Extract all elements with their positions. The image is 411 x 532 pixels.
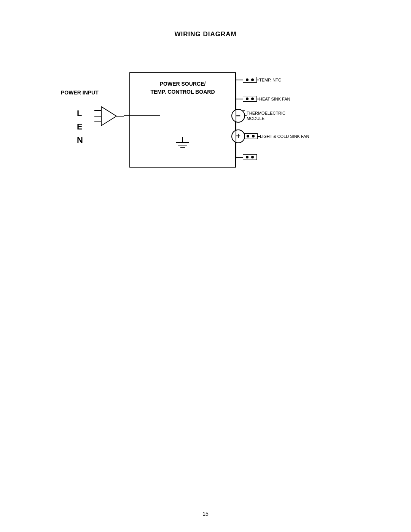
- heat-sink-fan-connector-row: HEAT SINK FAN: [236, 96, 290, 102]
- heat-sink-fan-label: HEAT SINK FAN: [259, 97, 290, 101]
- temp-ntc-connector: [243, 77, 257, 83]
- page-title: WIRING DIAGRAM: [0, 30, 411, 38]
- light-cold-sink-row: + LIGHT & COLD SINK FAN: [231, 133, 309, 139]
- temp-ntc-label: TEMP. NTC: [259, 78, 281, 82]
- ground-symbol: [173, 137, 192, 152]
- bottom-connector-row: [236, 154, 257, 160]
- temp-ntc-connector-row: TEMP. NTC: [236, 77, 281, 83]
- output-wire: [124, 115, 162, 117]
- buffer-gate-symbol: [94, 105, 125, 135]
- thermoelectric-label: THERMOELECTRICMODULE: [247, 110, 285, 121]
- wiring-diagram: POWER INPUT POWER SOURCE/ TEMP. CONTROL …: [61, 61, 346, 183]
- len-labels: L E N: [77, 107, 83, 147]
- heat-sink-fan-connector: [243, 96, 257, 102]
- power-source-line2: TEMP. CONTROL BOARD: [150, 89, 215, 95]
- power-input-label: POWER INPUT: [61, 89, 99, 96]
- page-number: 15: [0, 511, 411, 517]
- thermoelectric-row: − THERMOELECTRICMODULE: [231, 110, 285, 121]
- vertical-connector-line: [236, 77, 237, 159]
- plus-circle: +: [231, 129, 245, 143]
- bottom-connector: [243, 154, 257, 160]
- power-source-line1: POWER SOURCE/: [160, 81, 206, 87]
- control-board-box: POWER SOURCE/ TEMP. CONTROL BOARD: [129, 72, 236, 168]
- light-cold-sink-label: LIGHT & COLD SINK FAN: [260, 134, 309, 139]
- svg-marker-7: [101, 107, 116, 126]
